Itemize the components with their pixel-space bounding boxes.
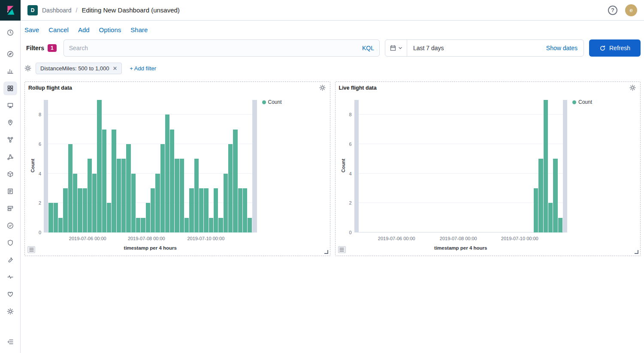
user-avatar[interactable]: e xyxy=(625,4,637,16)
bar[interactable] xyxy=(83,188,87,232)
bar[interactable] xyxy=(131,174,136,232)
collapse-nav-button[interactable] xyxy=(3,335,17,349)
nav-siem[interactable] xyxy=(3,236,17,250)
bar[interactable] xyxy=(218,218,223,232)
panel-options-button[interactable] xyxy=(319,84,326,91)
nav-metrics[interactable] xyxy=(3,167,17,181)
monitoring-icon xyxy=(7,274,14,281)
filter-pill-label: DistanceMiles: 500 to 1,000 xyxy=(40,65,109,72)
nav-dashboard[interactable] xyxy=(3,81,17,95)
bar[interactable] xyxy=(112,130,116,232)
bar[interactable] xyxy=(544,100,548,232)
panel-menu-button[interactable] xyxy=(27,246,35,253)
nav-machine-learning[interactable] xyxy=(3,133,17,147)
bar[interactable] xyxy=(48,203,53,232)
nav-uptime[interactable] xyxy=(3,219,17,232)
bar[interactable] xyxy=(78,188,82,232)
remove-filter-icon[interactable]: ✕ xyxy=(112,65,117,72)
panel-options-button[interactable] xyxy=(629,84,636,91)
save-button[interactable]: Save xyxy=(24,26,39,33)
search-input[interactable] xyxy=(69,45,362,51)
bar[interactable] xyxy=(126,144,130,232)
bar[interactable] xyxy=(558,218,562,232)
space-badge[interactable]: D xyxy=(27,5,38,15)
bar[interactable] xyxy=(538,159,543,232)
bar[interactable] xyxy=(160,144,165,232)
panel-menu-button[interactable] xyxy=(338,246,346,253)
bar[interactable] xyxy=(92,174,97,232)
cancel-button[interactable]: Cancel xyxy=(48,26,69,33)
refresh-button[interactable]: Refresh xyxy=(589,39,641,57)
options-button[interactable]: Options xyxy=(99,26,121,33)
bar[interactable] xyxy=(248,218,252,232)
bar[interactable] xyxy=(214,188,218,232)
nav-stack-monitoring[interactable] xyxy=(3,270,17,284)
bar[interactable] xyxy=(155,174,160,232)
bar[interactable] xyxy=(58,218,63,232)
bar[interactable] xyxy=(136,218,140,232)
bar[interactable] xyxy=(102,130,106,232)
bar[interactable] xyxy=(107,203,111,232)
filter-options-button[interactable] xyxy=(24,65,31,72)
legend-item-count[interactable]: Count xyxy=(262,99,326,105)
bar[interactable] xyxy=(170,130,174,232)
bar[interactable] xyxy=(121,159,126,232)
bar[interactable] xyxy=(165,115,169,232)
bar[interactable] xyxy=(238,188,242,232)
bar[interactable] xyxy=(68,144,73,232)
bar[interactable] xyxy=(243,188,247,232)
breadcrumb-dashboard[interactable]: Dashboard xyxy=(42,7,72,14)
bar[interactable] xyxy=(224,174,228,232)
panel-resize-handle[interactable] xyxy=(324,250,328,254)
share-button[interactable]: Share xyxy=(130,26,148,33)
kql-button[interactable]: KQL xyxy=(362,45,374,51)
bar[interactable] xyxy=(54,203,58,232)
bar[interactable] xyxy=(553,159,557,232)
nav-graph[interactable] xyxy=(3,150,17,164)
bar[interactable] xyxy=(189,188,194,232)
nav-visualize[interactable] xyxy=(3,64,17,78)
bar[interactable] xyxy=(117,159,121,232)
nav-management[interactable] xyxy=(3,305,17,318)
nav-recently-viewed[interactable] xyxy=(3,26,17,39)
help-icon[interactable]: ? xyxy=(608,6,617,15)
map-pin-icon xyxy=(7,119,14,126)
nav-heartbeat[interactable] xyxy=(3,287,17,301)
bar[interactable] xyxy=(88,159,92,232)
panel-resize-handle[interactable] xyxy=(635,250,638,254)
bar[interactable] xyxy=(151,188,155,232)
bar[interactable] xyxy=(184,218,189,232)
bar[interactable] xyxy=(146,203,150,232)
nav-maps[interactable] xyxy=(3,116,17,130)
bar[interactable] xyxy=(97,100,101,232)
filter-pill-distance-miles[interactable]: DistanceMiles: 500 to 1,000 ✕ xyxy=(36,63,122,74)
bar[interactable] xyxy=(548,203,553,232)
bar[interactable] xyxy=(534,188,538,232)
nav-logs[interactable] xyxy=(3,184,17,198)
show-dates-button[interactable]: Show dates xyxy=(546,45,584,51)
bar[interactable] xyxy=(194,159,199,232)
filters-toggle[interactable]: Filters 1 xyxy=(24,44,58,52)
nav-dev-tools[interactable] xyxy=(3,253,17,267)
nav-discover[interactable] xyxy=(3,47,17,61)
bar[interactable] xyxy=(199,188,203,232)
bar[interactable] xyxy=(204,188,208,232)
bar[interactable] xyxy=(233,130,237,232)
nav-apm[interactable] xyxy=(3,202,17,215)
add-button[interactable]: Add xyxy=(78,26,90,33)
bar[interactable] xyxy=(180,159,184,232)
bar[interactable] xyxy=(175,159,179,232)
bar[interactable] xyxy=(228,144,233,232)
bar[interactable] xyxy=(73,174,77,232)
app-sidebar xyxy=(0,21,21,353)
bar[interactable] xyxy=(209,218,213,232)
nav-canvas[interactable] xyxy=(3,99,17,112)
filters-count-badge: 1 xyxy=(48,44,57,52)
time-range-value[interactable]: Last 7 days xyxy=(407,45,444,51)
bar[interactable] xyxy=(141,218,145,232)
add-filter-button[interactable]: + Add filter xyxy=(130,65,156,72)
calendar-dropdown-button[interactable] xyxy=(385,40,407,56)
legend-item-count[interactable]: Count xyxy=(572,99,636,105)
kibana-logo[interactable] xyxy=(0,0,21,21)
bar[interactable] xyxy=(63,188,67,232)
